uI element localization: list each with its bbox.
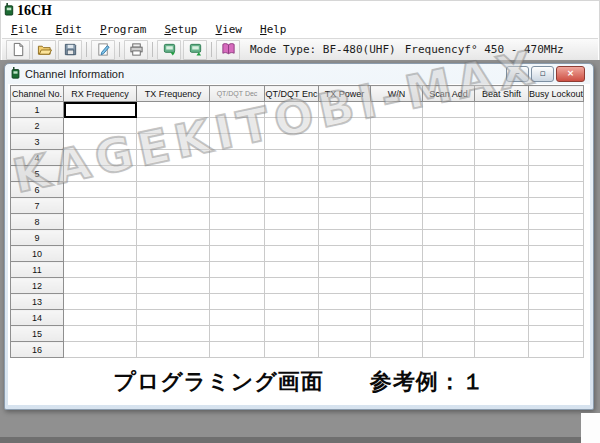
table-cell[interactable]	[64, 134, 137, 150]
table-cell[interactable]	[319, 182, 371, 198]
write-to-radio-button[interactable]	[183, 40, 207, 60]
table-cell[interactable]	[319, 230, 371, 246]
channel-number-cell[interactable]: 15	[11, 326, 64, 342]
table-cell[interactable]	[371, 342, 423, 358]
table-cell[interactable]	[475, 198, 529, 214]
channel-number-cell[interactable]: 10	[11, 246, 64, 262]
table-cell[interactable]	[64, 294, 137, 310]
table-cell[interactable]	[371, 294, 423, 310]
save-file-button[interactable]	[58, 40, 82, 60]
table-cell[interactable]	[210, 118, 265, 134]
table-cell[interactable]	[475, 150, 529, 166]
table-cell[interactable]	[137, 246, 210, 262]
table-cell[interactable]	[210, 326, 265, 342]
table-cell[interactable]	[529, 182, 584, 198]
table-cell[interactable]	[371, 262, 423, 278]
table-cell[interactable]	[265, 246, 319, 262]
table-cell[interactable]	[319, 198, 371, 214]
table-cell[interactable]	[210, 102, 265, 118]
table-cell[interactable]	[265, 118, 319, 134]
table-cell[interactable]	[265, 294, 319, 310]
table-cell[interactable]	[475, 310, 529, 326]
table-cell[interactable]	[475, 294, 529, 310]
open-file-button[interactable]	[32, 40, 56, 60]
menu-item-setup[interactable]: Setup	[155, 23, 206, 36]
table-cell[interactable]	[423, 246, 475, 262]
table-cell[interactable]	[529, 118, 584, 134]
table-cell[interactable]	[371, 134, 423, 150]
table-cell[interactable]	[371, 198, 423, 214]
edit-button[interactable]	[91, 40, 115, 60]
table-cell[interactable]	[64, 182, 137, 198]
table-cell[interactable]	[64, 230, 137, 246]
selected-cell[interactable]	[64, 102, 137, 118]
table-cell[interactable]	[371, 182, 423, 198]
channel-number-cell[interactable]: 3	[11, 134, 64, 150]
table-cell[interactable]	[475, 246, 529, 262]
table-cell[interactable]	[265, 326, 319, 342]
table-cell[interactable]	[319, 134, 371, 150]
table-cell[interactable]	[319, 150, 371, 166]
table-cell[interactable]	[319, 342, 371, 358]
channel-number-cell[interactable]: 6	[11, 182, 64, 198]
table-cell[interactable]	[319, 294, 371, 310]
menu-item-edit[interactable]: Edit	[47, 23, 92, 36]
table-cell[interactable]	[64, 166, 137, 182]
table-cell[interactable]	[64, 278, 137, 294]
channel-number-cell[interactable]: 16	[11, 342, 64, 358]
table-cell[interactable]	[371, 214, 423, 230]
table-cell[interactable]	[371, 310, 423, 326]
table-cell[interactable]	[210, 150, 265, 166]
table-cell[interactable]	[265, 102, 319, 118]
table-cell[interactable]	[475, 166, 529, 182]
table-cell[interactable]	[64, 326, 137, 342]
channel-number-cell[interactable]: 14	[11, 310, 64, 326]
table-cell[interactable]	[265, 150, 319, 166]
table-cell[interactable]	[265, 278, 319, 294]
table-cell[interactable]	[137, 166, 210, 182]
table-cell[interactable]	[423, 294, 475, 310]
table-cell[interactable]	[319, 326, 371, 342]
print-button[interactable]	[124, 40, 148, 60]
table-cell[interactable]	[210, 294, 265, 310]
table-cell[interactable]	[475, 230, 529, 246]
channel-number-cell[interactable]: 13	[11, 294, 64, 310]
table-cell[interactable]	[423, 182, 475, 198]
table-cell[interactable]	[210, 342, 265, 358]
table-cell[interactable]	[529, 326, 584, 342]
channel-number-cell[interactable]: 12	[11, 278, 64, 294]
table-cell[interactable]	[210, 246, 265, 262]
channel-number-cell[interactable]: 2	[11, 118, 64, 134]
table-cell[interactable]	[64, 262, 137, 278]
table-cell[interactable]	[137, 150, 210, 166]
table-cell[interactable]	[423, 166, 475, 182]
read-from-radio-button[interactable]	[157, 40, 181, 60]
table-cell[interactable]	[371, 166, 423, 182]
table-cell[interactable]	[529, 134, 584, 150]
table-cell[interactable]	[423, 326, 475, 342]
table-cell[interactable]	[64, 214, 137, 230]
table-cell[interactable]	[137, 182, 210, 198]
table-cell[interactable]	[64, 150, 137, 166]
menu-item-help[interactable]: Help	[251, 23, 296, 36]
table-cell[interactable]	[371, 278, 423, 294]
channel-number-cell[interactable]: 9	[11, 230, 64, 246]
table-cell[interactable]	[423, 262, 475, 278]
help-button[interactable]	[216, 40, 240, 60]
table-cell[interactable]	[210, 134, 265, 150]
new-file-button[interactable]	[6, 40, 30, 60]
channel-number-cell[interactable]: 7	[11, 198, 64, 214]
table-cell[interactable]	[371, 150, 423, 166]
table-cell[interactable]	[319, 246, 371, 262]
table-cell[interactable]	[319, 262, 371, 278]
channel-number-cell[interactable]: 8	[11, 214, 64, 230]
table-cell[interactable]	[475, 182, 529, 198]
table-cell[interactable]	[265, 198, 319, 214]
table-cell[interactable]	[423, 214, 475, 230]
table-cell[interactable]	[475, 262, 529, 278]
table-cell[interactable]	[423, 230, 475, 246]
table-cell[interactable]	[371, 246, 423, 262]
table-cell[interactable]	[137, 342, 210, 358]
table-cell[interactable]	[265, 230, 319, 246]
table-cell[interactable]	[529, 310, 584, 326]
